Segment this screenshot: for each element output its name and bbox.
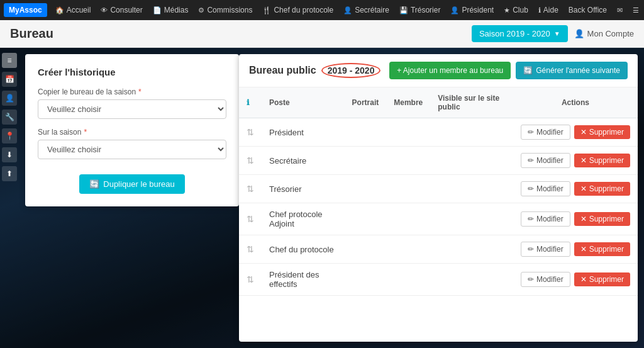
visible-cell — [430, 203, 513, 235]
drag-handle-cell[interactable]: ⇅ — [239, 235, 262, 264]
poste-cell: Président — [262, 118, 345, 147]
nav-club[interactable]: ★ Club — [499, 3, 533, 17]
edit-icon: ✏ — [528, 128, 534, 137]
sidebar-icon-settings[interactable]: 🔧 — [2, 109, 17, 125]
supprimer-button[interactable]: ✕ Supprimer — [574, 182, 630, 196]
supprimer-button[interactable]: ✕ Supprimer — [574, 272, 630, 286]
modifier-button[interactable]: ✏ Modifier — [521, 125, 570, 140]
tresorier-icon: 💾 — [399, 6, 408, 14]
supprimer-button[interactable]: ✕ Supprimer — [574, 125, 630, 139]
actions-cell: ✏ Modifier ✕ Supprimer — [513, 118, 638, 147]
season-label: Sur la saison * — [38, 128, 226, 137]
drag-handle-cell[interactable]: ⇅ — [239, 175, 262, 203]
sidebar-icon-menu[interactable]: ≡ — [2, 53, 17, 68]
medias-icon: 📄 — [153, 6, 162, 14]
edit-icon: ✏ — [528, 245, 534, 254]
account-button[interactable]: 👤 Mon Compte — [574, 29, 634, 38]
nav-accueil[interactable]: 🏠 Accueil — [51, 3, 96, 17]
nav-menu[interactable]: ☰ — [628, 4, 643, 17]
membre-cell — [386, 235, 430, 264]
delete-icon: ✕ — [580, 215, 587, 223]
subheader-right: Saison 2019 - 2020 ▼ 👤 Mon Compte — [472, 25, 634, 42]
target-season-select[interactable]: Veuillez choisir — [38, 140, 226, 159]
club-icon: ★ — [504, 6, 510, 14]
poste-cell: Chef du protocole — [262, 235, 345, 264]
copy-season-select[interactable]: Veuillez choisir — [38, 99, 226, 119]
delete-icon: ✕ — [580, 128, 587, 137]
season-selector[interactable]: Saison 2019 - 2020 ▼ — [472, 25, 568, 42]
nav-secretaire[interactable]: 👤 Secrétaire — [339, 3, 394, 17]
drag-handle-cell[interactable]: ⇅ — [239, 264, 262, 296]
nav-commissions[interactable]: ⚙ Commissions — [194, 3, 257, 17]
drag-handle-icon[interactable]: ⇅ — [247, 214, 254, 224]
drag-handle-icon[interactable]: ⇅ — [247, 155, 254, 166]
home-icon: 🏠 — [55, 6, 64, 14]
membre-cell — [386, 264, 430, 296]
poste-cell: Secrétaire — [262, 147, 345, 175]
actions-cell: ✏ Modifier ✕ Supprimer — [513, 175, 638, 203]
main-nav: MyAssoc 🏠 Accueil 👁 Consulter 📄 Médias ⚙… — [0, 0, 644, 20]
brand-logo[interactable]: MyAssoc — [4, 3, 47, 17]
actions-cell: ✏ Modifier ✕ Supprimer — [513, 203, 638, 235]
sidebar-icon-up[interactable]: ⬆ — [2, 166, 17, 181]
left-panel: Créer l'historique Copier le bureau de l… — [25, 54, 239, 206]
supprimer-button[interactable]: ✕ Supprimer — [574, 242, 630, 256]
nav-president[interactable]: 👤 Président — [446, 3, 498, 17]
portrait-cell — [345, 147, 387, 175]
table-row: ⇅ Trésorier ✏ Modifier ✕ Supprimer — [239, 175, 638, 203]
drag-handle-icon[interactable]: ⇅ — [247, 127, 254, 137]
col-portrait: Portrait — [345, 87, 387, 118]
nav-chef-protocole[interactable]: 🍴 Chef du protocole — [258, 3, 338, 17]
page-title: Bureau — [10, 26, 53, 41]
modifier-button[interactable]: ✏ Modifier — [521, 153, 570, 168]
table-row: ⇅ Président des effectifs ✏ Modifier ✕ S… — [239, 264, 638, 296]
sidebar-icon-user[interactable]: 👤 — [2, 91, 17, 106]
drag-handle-cell[interactable]: ⇅ — [239, 118, 262, 147]
nav-email[interactable]: ✉ — [613, 4, 627, 17]
sidebar-icon-down[interactable]: ⬇ — [2, 147, 17, 162]
sidebar-icon-strip: ≡ 📅 👤 🔧 📍 ⬇ ⬆ — [0, 48, 19, 348]
membre-cell — [386, 118, 430, 147]
drag-handle-icon[interactable]: ⇅ — [247, 184, 254, 194]
table-container: ℹ Poste Portrait Membre Visible sur le s… — [239, 87, 638, 296]
duplicate-button[interactable]: 🔄 Dupliquer le bureau — [79, 174, 184, 194]
supprimer-button[interactable]: ✕ Supprimer — [574, 154, 630, 167]
drag-handle-cell[interactable]: ⇅ — [239, 203, 262, 235]
info-icon: ℹ — [247, 98, 250, 107]
nav-back-office[interactable]: Back Office — [564, 3, 611, 17]
drag-handle-icon[interactable]: ⇅ — [247, 274, 254, 284]
edit-icon: ✏ — [528, 275, 534, 284]
bureau-table: ℹ Poste Portrait Membre Visible sur le s… — [239, 87, 638, 296]
modifier-button[interactable]: ✏ Modifier — [521, 272, 570, 287]
drag-handle-icon[interactable]: ⇅ — [247, 244, 254, 254]
modifier-button[interactable]: ✏ Modifier — [521, 181, 570, 196]
modifier-button[interactable]: ✏ Modifier — [521, 211, 570, 227]
generate-next-year-button[interactable]: 🔄 Générer l'année suivante — [516, 62, 628, 79]
nav-tresorier[interactable]: 💾 Trésorier — [395, 3, 445, 17]
sidebar-icon-location[interactable]: 📍 — [2, 128, 17, 143]
membre-cell — [386, 147, 430, 175]
table-header-row: ℹ Poste Portrait Membre Visible sur le s… — [239, 87, 638, 118]
supprimer-button[interactable]: ✕ Supprimer — [574, 212, 630, 226]
table-head: ℹ Poste Portrait Membre Visible sur le s… — [239, 87, 638, 118]
col-info: ℹ — [239, 87, 262, 118]
col-actions: Actions — [513, 87, 638, 118]
right-panel: Bureau public 2019 - 2020 + Ajouter un m… — [239, 54, 638, 342]
edit-icon: ✏ — [528, 184, 534, 193]
sidebar-icon-calendar[interactable]: 📅 — [2, 72, 17, 87]
portrait-cell — [345, 264, 387, 296]
panel-title: Créer l'historique — [38, 67, 226, 77]
drag-handle-cell[interactable]: ⇅ — [239, 147, 262, 175]
actions-cell: ✏ Modifier ✕ Supprimer — [513, 264, 638, 296]
visible-cell — [430, 147, 513, 175]
nav-aide[interactable]: ℹ Aide — [534, 3, 563, 17]
subheader: Bureau Saison 2019 - 2020 ▼ 👤 Mon Compte — [0, 20, 644, 48]
nav-medias[interactable]: 📄 Médias — [148, 3, 193, 17]
add-member-button[interactable]: + Ajouter un membre au bureau — [389, 62, 511, 79]
nav-consulter[interactable]: 👁 Consulter — [96, 3, 147, 17]
refresh-icon-2: 🔄 — [523, 66, 533, 75]
modifier-button[interactable]: ✏ Modifier — [521, 242, 570, 257]
col-visible: Visible sur le site public — [430, 87, 513, 118]
delete-icon: ✕ — [580, 156, 587, 165]
bureau-title-year: 2019 - 2020 — [321, 63, 381, 78]
